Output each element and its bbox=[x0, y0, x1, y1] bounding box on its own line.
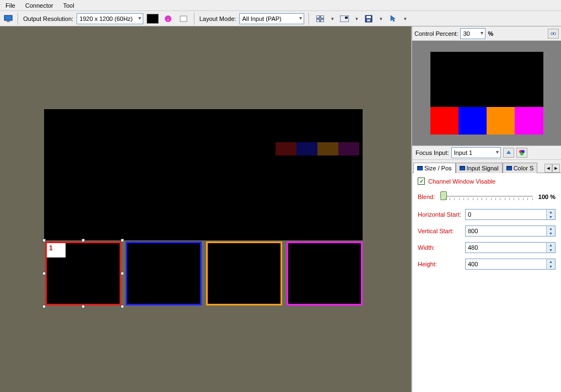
svg-rect-14 bbox=[366, 16, 371, 18]
mini-preview bbox=[412, 41, 561, 146]
tab-scroll-left[interactable]: ◄ bbox=[544, 164, 552, 173]
svg-rect-0 bbox=[4, 15, 12, 20]
mini-ch-blue bbox=[458, 107, 487, 135]
channel-tile-3[interactable] bbox=[206, 241, 282, 305]
h-start-input[interactable] bbox=[466, 210, 546, 219]
tab-scroll-right[interactable]: ► bbox=[552, 164, 560, 173]
tab-color[interactable]: Color S bbox=[503, 163, 538, 173]
pip-dropdown-icon[interactable]: ▾ bbox=[354, 16, 359, 22]
spin-up[interactable]: ▲ bbox=[546, 210, 555, 214]
svg-rect-1 bbox=[7, 21, 10, 22]
svg-rect-15 bbox=[367, 19, 370, 22]
percent-sign: % bbox=[488, 30, 493, 37]
control-percent-label: Control Percent: bbox=[414, 30, 458, 37]
separator bbox=[18, 13, 19, 25]
svg-point-2 bbox=[165, 15, 171, 22]
width-input[interactable] bbox=[466, 243, 546, 253]
tab-icon bbox=[506, 166, 512, 170]
mini-tile-strip bbox=[276, 142, 359, 155]
layout-mode-select[interactable]: All Input (PAP) bbox=[239, 13, 304, 24]
svg-rect-6 bbox=[180, 16, 187, 22]
spin-up[interactable]: ▲ bbox=[546, 259, 555, 264]
blank-box-icon[interactable] bbox=[177, 13, 190, 24]
control-percent-select[interactable]: 30 bbox=[460, 28, 486, 39]
pip-layout-icon[interactable] bbox=[338, 13, 350, 24]
toolbar: Output Resolution: 1920 x 1200 (60Hz) La… bbox=[0, 11, 561, 26]
canvas-area[interactable]: 1 bbox=[0, 26, 412, 392]
v-start-label: Vertical Start: bbox=[418, 228, 462, 234]
width-label: Width: bbox=[418, 244, 462, 251]
menu-tool[interactable]: Tool bbox=[63, 2, 74, 9]
tab-size-pos[interactable]: Size / Pos bbox=[413, 163, 456, 173]
tab-scroll-nav: ◄ ► bbox=[544, 164, 560, 173]
channel-tiles: 1 bbox=[45, 241, 363, 305]
svg-point-4 bbox=[169, 17, 170, 18]
mini-tile-blue bbox=[296, 142, 317, 155]
v-start-spinner[interactable]: ▲▼ bbox=[465, 225, 555, 237]
menu-file[interactable]: File bbox=[6, 2, 15, 9]
svg-rect-8 bbox=[321, 15, 324, 18]
grid-dropdown-icon[interactable]: ▾ bbox=[330, 16, 335, 22]
up-arrow-icon[interactable] bbox=[503, 148, 514, 158]
tab-label: Color S bbox=[514, 165, 534, 171]
output-resolution-select[interactable]: 1920 x 1200 (60Hz) bbox=[77, 13, 143, 24]
monitor-icon[interactable] bbox=[3, 14, 13, 24]
width-spinner[interactable]: ▲▼ bbox=[465, 242, 555, 253]
focus-input-select[interactable]: Input 1 bbox=[451, 147, 501, 158]
menu-bar: File Connector Tool bbox=[0, 0, 561, 11]
save-dropdown-icon[interactable]: ▾ bbox=[378, 16, 384, 22]
side-panel: Control Percent: 30 % Focus Input: Input… bbox=[412, 26, 561, 392]
focus-input-label: Focus Input: bbox=[416, 149, 449, 156]
save-preset-icon[interactable] bbox=[363, 13, 375, 24]
expand-control-icon[interactable] bbox=[548, 29, 559, 39]
v-start-input[interactable] bbox=[466, 226, 546, 236]
control-percent-row: Control Percent: 30 % bbox=[412, 26, 561, 41]
spin-up[interactable]: ▲ bbox=[546, 226, 555, 231]
separator bbox=[194, 13, 195, 25]
svg-rect-9 bbox=[316, 19, 320, 22]
channel-visible-label: Channel Window Visable bbox=[428, 178, 495, 185]
svg-point-3 bbox=[166, 17, 168, 18]
spin-up[interactable]: ▲ bbox=[546, 243, 555, 248]
pointer-tool-icon[interactable] bbox=[387, 13, 399, 24]
mini-tile-red bbox=[276, 142, 296, 155]
size-pos-panel: ✓ Channel Window Visable Blend: 100 % Ho… bbox=[412, 173, 561, 392]
svg-point-19 bbox=[520, 152, 524, 155]
tab-label: Size / Pos bbox=[424, 165, 452, 171]
rgb-circles-icon[interactable] bbox=[516, 148, 527, 158]
height-label: Height: bbox=[418, 261, 462, 267]
tab-icon bbox=[460, 166, 465, 170]
mini-screen bbox=[430, 52, 543, 135]
h-start-spinner[interactable]: ▲▼ bbox=[465, 209, 555, 220]
channel-visible-checkbox[interactable]: ✓ bbox=[418, 178, 425, 185]
svg-rect-12 bbox=[345, 17, 348, 19]
channel-tile-1[interactable]: 1 bbox=[45, 241, 121, 305]
height-spinner[interactable]: ▲▼ bbox=[465, 259, 555, 270]
spin-down[interactable]: ▼ bbox=[546, 264, 555, 269]
palette-icon[interactable] bbox=[162, 13, 174, 24]
background-color-swatch[interactable] bbox=[147, 14, 159, 24]
grid-layout-icon[interactable] bbox=[314, 13, 326, 24]
svg-point-5 bbox=[168, 19, 169, 20]
focus-input-row: Focus Input: Input 1 bbox=[412, 146, 561, 160]
mini-tile-orange bbox=[317, 142, 338, 155]
tab-icon bbox=[417, 166, 423, 170]
tab-label: Input Signal bbox=[467, 165, 499, 171]
spin-down[interactable]: ▼ bbox=[546, 248, 555, 253]
property-tabs: Size / Pos Input Signal Color S ◄ ► bbox=[412, 160, 561, 173]
blend-slider[interactable] bbox=[440, 190, 533, 203]
blend-label: Blend: bbox=[418, 194, 435, 200]
tab-input-signal[interactable]: Input Signal bbox=[456, 163, 503, 173]
svg-rect-16 bbox=[553, 33, 554, 35]
pointer-dropdown-icon[interactable]: ▾ bbox=[402, 16, 408, 22]
menu-connector[interactable]: Connector bbox=[25, 2, 53, 9]
height-input[interactable] bbox=[466, 259, 546, 269]
channel-tile-4[interactable] bbox=[287, 241, 363, 305]
channel-tile-2[interactable] bbox=[126, 241, 202, 305]
spin-down[interactable]: ▼ bbox=[546, 231, 555, 236]
mini-ch-magenta bbox=[515, 107, 543, 135]
screen-preview bbox=[44, 109, 363, 240]
spin-down[interactable]: ▼ bbox=[546, 214, 555, 219]
output-resolution-label: Output Resolution: bbox=[23, 15, 73, 22]
layout-mode-label: Layout Mode: bbox=[199, 15, 236, 22]
